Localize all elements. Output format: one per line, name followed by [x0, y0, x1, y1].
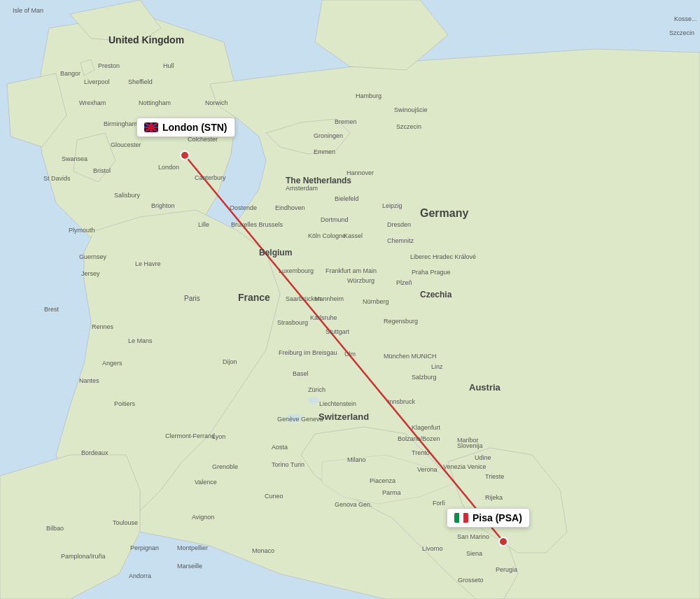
svg-text:Luxembourg: Luxembourg [279, 267, 314, 274]
svg-text:Aosta: Aosta [272, 444, 288, 451]
svg-text:Stuttgart: Stuttgart [326, 328, 350, 335]
map-container: United Kingdom Germany France Switzerlan… [0, 0, 700, 599]
svg-text:St Davids: St Davids [43, 175, 71, 182]
svg-text:Grenoble: Grenoble [212, 463, 238, 470]
svg-text:London: London [158, 164, 179, 171]
svg-text:Le Havre: Le Havre [135, 260, 161, 267]
svg-text:Milano: Milano [347, 456, 366, 463]
svg-text:Valence: Valence [195, 479, 217, 486]
svg-text:Poitiers: Poitiers [114, 400, 136, 407]
svg-text:Regensburg: Regensburg [384, 318, 418, 325]
svg-text:Nantes: Nantes [79, 377, 99, 384]
london-location-label: London (STN) [136, 118, 235, 137]
svg-text:Le Mans: Le Mans [128, 337, 153, 344]
svg-text:Swansea: Swansea [62, 155, 88, 162]
svg-text:Grosseto: Grosseto [458, 577, 484, 584]
svg-text:Strasbourg: Strasbourg [277, 319, 308, 326]
svg-text:Salisbury: Salisbury [114, 192, 141, 199]
svg-text:Perpignan: Perpignan [130, 544, 159, 551]
svg-text:Brest: Brest [44, 306, 59, 313]
svg-text:Klagenfurt: Klagenfurt [412, 424, 441, 431]
svg-text:Isle of Man: Isle of Man [13, 7, 43, 14]
svg-text:Hamburg: Hamburg [356, 92, 382, 99]
svg-text:Trento: Trento [412, 449, 430, 456]
uk-label: United Kingdom [108, 34, 184, 45]
svg-text:Salzburg: Salzburg [412, 374, 437, 381]
switzerland-label: Switzerland [318, 411, 369, 422]
svg-text:Sheffield: Sheffield [128, 78, 153, 85]
london-label-text: London (STN) [162, 122, 227, 133]
svg-text:Livorno: Livorno [422, 545, 443, 552]
svg-text:Udine: Udine [475, 454, 491, 461]
svg-text:Marseille: Marseille [177, 563, 202, 570]
svg-text:Bremen: Bremen [335, 118, 357, 125]
svg-text:Slovenija: Slovenija [457, 442, 483, 449]
svg-text:Bolzano/Bozen: Bolzano/Bozen [398, 435, 440, 442]
svg-text:Freiburg im Breisgau: Freiburg im Breisgau [279, 349, 337, 356]
svg-text:Hull: Hull [163, 62, 174, 69]
svg-text:Hradec Králové: Hradec Králové [433, 253, 476, 260]
svg-text:Bordeaux: Bordeaux [81, 449, 108, 456]
germany-label: Germany [420, 207, 468, 219]
svg-text:Hannover: Hannover [346, 169, 374, 176]
svg-text:Szczecin: Szczecin [396, 123, 421, 130]
svg-text:Bruxelles Brussels: Bruxelles Brussels [231, 221, 284, 228]
svg-text:Preston: Preston [98, 62, 120, 69]
svg-text:Pamplona/Iruña: Pamplona/Iruña [61, 553, 106, 560]
svg-text:Genova Gen.: Genova Gen. [335, 501, 372, 508]
svg-text:Swinoujście: Swinoujście [394, 106, 428, 113]
map-svg: United Kingdom Germany France Switzerlan… [0, 0, 700, 599]
svg-text:Dijon: Dijon [223, 358, 237, 365]
svg-text:Dresden: Dresden [387, 221, 411, 228]
svg-text:Birmingham: Birmingham [104, 120, 137, 127]
uk-flag-icon [144, 122, 158, 132]
origin-dot [181, 151, 189, 160]
svg-text:Trieste: Trieste [485, 473, 504, 480]
svg-text:Frankfurt am Main: Frankfurt am Main [326, 267, 377, 274]
svg-text:Groningen: Groningen [314, 132, 343, 139]
svg-text:Canterbury: Canterbury [195, 174, 226, 181]
france-label: France [238, 292, 270, 303]
austria-label: Austria [469, 382, 501, 393]
svg-text:Wrexham: Wrexham [79, 99, 106, 106]
svg-text:Norwich: Norwich [205, 99, 228, 106]
svg-text:Kosse...: Kosse... [674, 15, 697, 22]
svg-text:Parma: Parma [382, 489, 401, 496]
svg-text:Rennes: Rennes [92, 323, 114, 330]
svg-text:Clermont-Ferrand: Clermont-Ferrand [165, 432, 215, 439]
svg-text:Paris: Paris [184, 295, 200, 302]
svg-text:Montpellier: Montpellier [177, 544, 208, 551]
svg-text:Bristol: Bristol [93, 167, 111, 174]
svg-text:Jersey: Jersey [81, 270, 100, 277]
svg-text:Ulm: Ulm [344, 351, 356, 358]
svg-text:Kassel: Kassel [344, 232, 363, 239]
svg-text:Toulouse: Toulouse [113, 519, 138, 526]
svg-text:Venezia Venice: Venezia Venice [443, 463, 486, 470]
svg-text:Verona: Verona [417, 466, 438, 473]
svg-text:Plymouth: Plymouth [69, 227, 95, 234]
svg-text:Lille: Lille [198, 221, 209, 228]
svg-text:Leipzig: Leipzig [382, 202, 402, 209]
svg-text:Rijeka: Rijeka [485, 494, 503, 501]
svg-text:Bilbao: Bilbao [46, 525, 64, 532]
svg-text:Würzburg: Würzburg [347, 277, 374, 284]
svg-text:Chemnitz: Chemnitz [387, 237, 414, 244]
svg-text:Andorra: Andorra [129, 572, 151, 579]
svg-text:Avignon: Avignon [192, 514, 214, 521]
svg-text:Nürnberg: Nürnberg [363, 298, 389, 305]
svg-text:Cuneo: Cuneo [265, 493, 284, 500]
svg-text:Bangor: Bangor [60, 70, 80, 77]
svg-text:Eindhoven: Eindhoven [275, 204, 305, 211]
svg-text:Plzeň: Plzeň [396, 279, 412, 286]
svg-text:Oostende: Oostende [230, 204, 257, 211]
svg-text:Gloucester: Gloucester [111, 141, 141, 148]
svg-text:Karlsruhe: Karlsruhe [310, 314, 337, 321]
belgium-label: Belgium [259, 248, 292, 258]
svg-text:Mannheim: Mannheim [314, 295, 344, 302]
svg-text:Monaco: Monaco [252, 547, 274, 554]
svg-text:Praha Prague: Praha Prague [412, 269, 451, 276]
svg-text:Torino Turin: Torino Turin [272, 461, 304, 468]
svg-text:Brighton: Brighton [151, 202, 175, 209]
netherlands-label: The Netherlands [286, 176, 351, 185]
svg-text:Emmen: Emmen [314, 148, 335, 155]
